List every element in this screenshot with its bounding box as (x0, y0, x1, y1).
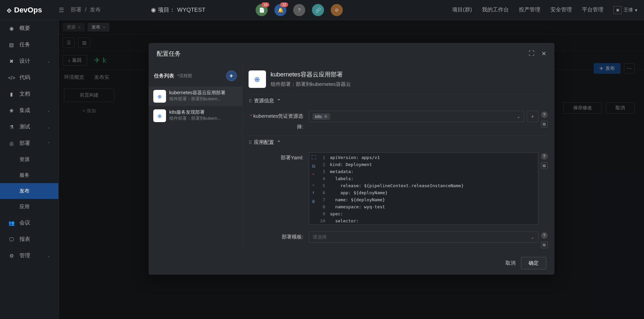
wrap-icon[interactable]: ≣ (312, 199, 315, 204)
sidebar-sub-publish[interactable]: 发布 (0, 183, 58, 199)
chevron-down-icon: ⌄ (47, 108, 50, 113)
modal-body: 任务列表 ᵒ流程图 + ⎈ kubernetes容器云应用部署 组件部署：部署到… (149, 64, 554, 252)
chevron-down-icon: ⌄ (47, 59, 50, 64)
sidebar-sub-resources[interactable]: 资源 (0, 152, 58, 167)
yaml-editor[interactable]: ⛶ ⧉ ⌃ ⌄ ⬇ ≣ 123456789101112 apiVersion: … (309, 152, 538, 225)
chevron-down-icon: ▾ (635, 7, 637, 13)
help-icon[interactable]: ? (541, 232, 548, 239)
section-resource-info[interactable]: 资源信息 ⌃ (249, 94, 548, 107)
badge: 22 (280, 2, 288, 7)
sidebar-item-test[interactable]: ⚗测试⌄ (0, 119, 58, 135)
config-task-modal: 配置任务 ⛶ ✕ 任务列表 ᵒ流程图 + ⎈ (149, 43, 554, 275)
task-title: k8s服务发现部署 (169, 109, 221, 115)
nav-projects[interactable]: 项目(群) (452, 6, 472, 13)
eye-icon: ◉ (151, 6, 156, 13)
app-header: ⟐ DevOps ☰ 部署 / 发布 ◉ 项目： WYQTEST 📄 16 🔔 … (0, 0, 644, 20)
chevron-down-icon: ⌄ (47, 125, 50, 129)
integration-icon: ❀ (8, 108, 15, 114)
add-task-button[interactable]: + (226, 70, 237, 81)
sidebar-sub-apps[interactable]: 应用 (0, 199, 58, 215)
form-row-credentials: *kubernetes凭证资源选择: k8s ⊗ ⌄ + (249, 107, 548, 136)
sidebar-item-meeting[interactable]: 👥会议 (0, 215, 58, 231)
user-name: 王倩 (624, 7, 633, 13)
credentials-select[interactable]: k8s ⊗ ⌄ (309, 111, 524, 122)
add-credential-button[interactable]: + (527, 111, 538, 122)
download-icon[interactable]: ⬇ (312, 190, 315, 195)
k8s-icon: ⎈ (249, 70, 266, 88)
chevron-up-icon: ⌃ (277, 140, 281, 146)
modal-cancel-button[interactable]: 取消 (505, 260, 516, 266)
expand-down-icon[interactable]: ⌄ (312, 181, 315, 187)
help-icon[interactable]: ? (541, 153, 548, 160)
task-subtitle: 组件部署：部署到kubern... (169, 115, 221, 121)
code-content[interactable]: apiVersion: apps/v1 kind: Deployment met… (327, 153, 538, 224)
nav-security[interactable]: 安全管理 (550, 6, 572, 13)
remove-tag-icon[interactable]: ⊗ (324, 114, 327, 119)
copy-icon[interactable]: ⧉ (541, 162, 548, 169)
nav-production[interactable]: 投产管理 (519, 6, 540, 13)
block-icon[interactable]: ⊘ (331, 4, 343, 16)
sidebar-item-tasks[interactable]: ▤任务 (0, 37, 58, 53)
chevron-down-icon: ⌄ (531, 234, 535, 240)
logo[interactable]: ⟐ DevOps (7, 5, 59, 15)
task-title: kubernetes容器云应用部署 (169, 90, 225, 96)
chevron-down-icon: ⌄ (47, 254, 50, 258)
help-icon[interactable]: ? (541, 111, 548, 118)
link-icon[interactable]: 🔗 (312, 4, 324, 16)
help-icon[interactable]: ? (293, 4, 305, 16)
task-item[interactable]: ⎈ k8s服务发现部署 组件部署：部署到kubern... (149, 106, 242, 125)
chevron-up-icon: ⌃ (47, 141, 50, 146)
sidebar-item-design[interactable]: ✖设计⌄ (0, 53, 58, 69)
sidebar-item-reports[interactable]: 🖵报表 (0, 231, 58, 248)
flow-link[interactable]: ᵒ流程图 (177, 73, 192, 79)
breadcrumb-a[interactable]: 部署 (71, 7, 82, 12)
sidebar-item-deploy[interactable]: ◎部署⌃ (0, 135, 58, 152)
k8s-icon: ⎈ (153, 90, 166, 103)
menu-toggle-icon[interactable]: ☰ (59, 6, 64, 14)
fullscreen-icon[interactable]: ⛶ (529, 50, 535, 57)
task-list-header: 任务列表 ᵒ流程图 + (149, 68, 242, 87)
form-row-template: 部署模板: 请选择 ⌄ ? ⧉ (249, 228, 548, 252)
copy-icon[interactable]: ⧉ (312, 163, 315, 169)
sidebar-item-integration[interactable]: ❀集成⌄ (0, 102, 58, 119)
copy-icon[interactable]: ⧉ (541, 242, 548, 248)
logo-icon: ⟐ (7, 5, 11, 15)
form-row-yaml: 部署Yaml: ⛶ ⧉ ⌃ ⌄ ⬇ ≣ (249, 149, 548, 228)
bell-icon[interactable]: 🔔 22 (274, 4, 286, 16)
fullscreen-icon[interactable]: ⛶ (311, 155, 316, 160)
chevron-up-icon: ⌃ (277, 98, 281, 104)
sidebar-item-docs[interactable]: ▮文档 (0, 86, 58, 102)
user-menu[interactable]: ▣ 王倩 ▾ (613, 6, 637, 14)
breadcrumb-b[interactable]: 发布 (90, 7, 101, 12)
close-icon[interactable]: ✕ (541, 50, 546, 57)
sidebar-item-code[interactable]: </>代码 (0, 69, 58, 86)
badge: 16 (261, 2, 269, 7)
logo-text: DevOps (14, 6, 42, 14)
modal-mask: 配置任务 ⛶ ✕ 任务列表 ᵒ流程图 + ⎈ (59, 20, 644, 319)
sidebar-item-overview[interactable]: ◉概要 (0, 20, 58, 37)
selected-tag: k8s ⊗ (313, 113, 330, 120)
project-selector[interactable]: ◉ 项目： WYQTEST (151, 6, 205, 14)
main-area: 资源× 发布× ☰ ▥ ‹ 返回 ✈ k 环境概览 发布实 前置构建 + 添加 … (59, 20, 644, 319)
copy-icon[interactable]: ⧉ (541, 121, 548, 127)
config-panel: ⎈ kubernetes容器云应用部署 组件部署：部署到kubernetes容器… (243, 64, 554, 252)
sidebar-item-admin[interactable]: ⚙管理⌄ (0, 248, 58, 264)
sidebar: ◉概要 ▤任务 ✖设计⌄ </>代码 ▮文档 ❀集成⌄ ⚗测试⌄ ◎部署⌃ 资源… (0, 20, 59, 319)
collapse-up-icon[interactable]: ⌃ (312, 172, 315, 178)
tasks-icon: ▤ (8, 42, 15, 48)
sidebar-sub-services[interactable]: 服务 (0, 167, 58, 183)
nav-platform[interactable]: 平台管理 (582, 6, 603, 13)
field-label: 部署模板: (249, 231, 309, 242)
section-app-config[interactable]: 应用配置 ⌃ (249, 136, 548, 149)
chevron-down-icon: ⌄ (517, 114, 521, 119)
doc-icon[interactable]: 📄 16 (256, 4, 268, 16)
nav-workbench[interactable]: 我的工作台 (482, 6, 509, 13)
test-icon: ⚗ (8, 124, 15, 130)
avatar-icon: ▣ (613, 6, 622, 14)
modal-confirm-button[interactable]: 确定 (521, 257, 546, 269)
project-name: WYQTEST (177, 7, 205, 13)
deploy-icon: ◎ (8, 141, 15, 147)
template-select[interactable]: 请选择 ⌄ (309, 231, 538, 243)
task-item[interactable]: ⎈ kubernetes容器云应用部署 组件部署：部署到kubern... (149, 87, 242, 106)
design-icon: ✖ (8, 58, 15, 64)
